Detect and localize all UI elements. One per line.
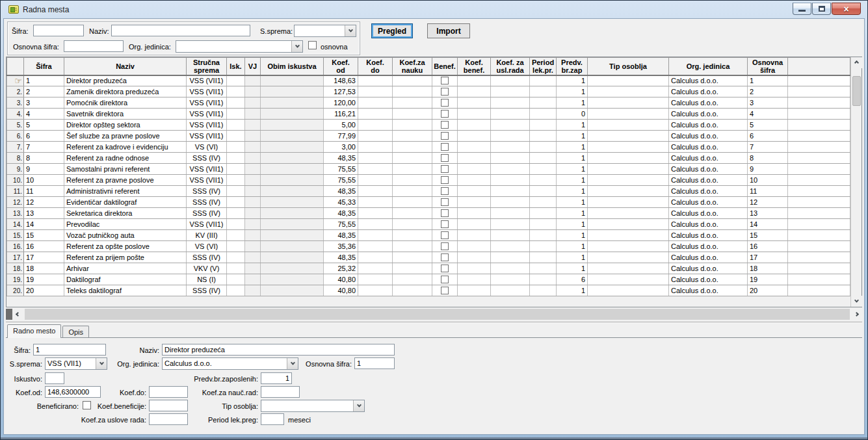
cell-koef_benef[interactable]	[458, 219, 491, 230]
cell-koef_nauka[interactable]	[393, 153, 432, 164]
cell-fill[interactable]	[788, 263, 850, 274]
benef-checkbox[interactable]	[441, 165, 449, 173]
cell-osnovna[interactable]: 17	[748, 252, 788, 263]
cell-tip[interactable]	[588, 175, 669, 186]
cell-period_lek[interactable]	[530, 109, 557, 120]
cell-naziv[interactable]: Sekretarica direktora	[64, 208, 187, 219]
scroll-right-button[interactable]	[851, 309, 862, 320]
col-header-naziv[interactable]: Naziv	[64, 58, 187, 75]
cell-benef[interactable]	[432, 164, 458, 175]
scroll-up-button[interactable]	[851, 57, 862, 68]
benef-checkbox[interactable]	[441, 276, 449, 283]
cell-koef_uslrada[interactable]	[491, 164, 530, 175]
cell-isk[interactable]	[227, 263, 245, 274]
cell-period_lek[interactable]	[530, 131, 557, 142]
cell-naziv[interactable]: Referent za radne odnose	[64, 153, 187, 164]
cell-obim[interactable]	[261, 230, 324, 241]
cell-sifra[interactable]: 1	[24, 75, 64, 86]
cell-num[interactable]: 17.	[7, 252, 24, 263]
table-row[interactable]: 13.13Sekretarica direktoraSSS (IV)48,351…	[7, 208, 850, 219]
detail-iskustvo-input[interactable]	[45, 372, 64, 384]
cell-sifra[interactable]: 5	[24, 120, 64, 131]
benef-checkbox[interactable]	[441, 253, 449, 261]
cell-naziv[interactable]: Zamenik direktora preduzeća	[64, 86, 187, 97]
cell-vj[interactable]	[245, 285, 261, 296]
cell-period_lek[interactable]	[530, 285, 557, 296]
cell-period_lek[interactable]	[530, 186, 557, 197]
cell-sifra[interactable]: 17	[24, 252, 64, 263]
cell-koef_uslrada[interactable]	[491, 241, 530, 252]
cell-isk[interactable]	[227, 252, 245, 263]
cell-fill[interactable]	[788, 274, 850, 285]
cell-period_lek[interactable]	[530, 230, 557, 241]
cell-period_lek[interactable]	[530, 75, 557, 86]
benef-checkbox[interactable]	[441, 77, 449, 84]
cell-fill[interactable]	[788, 285, 850, 296]
cell-sifra[interactable]: 8	[24, 153, 64, 164]
cell-isk[interactable]	[227, 97, 245, 109]
filter-sprema-combo[interactable]	[294, 25, 356, 37]
cell-num[interactable]: 5.	[7, 120, 24, 131]
cell-org[interactable]: Calculus d.o.o.	[669, 131, 748, 142]
cell-predv[interactable]: 1	[557, 153, 588, 164]
cell-sprema[interactable]: VSS (VII1)	[187, 120, 227, 131]
table-row[interactable]: 16.16Referent za opšte posloveVS (VI)35,…	[7, 241, 850, 252]
cell-naziv[interactable]: Direktor opšteg sektora	[64, 120, 187, 131]
cell-koef_od[interactable]: 75,55	[324, 219, 358, 230]
detail-tip-osoblja-combo[interactable]	[261, 400, 365, 412]
cell-benef[interactable]	[432, 285, 458, 296]
cell-num[interactable]: 14.	[7, 219, 24, 230]
cell-period_lek[interactable]	[530, 164, 557, 175]
cell-sifra[interactable]: 16	[24, 241, 64, 252]
cell-num[interactable]: 2.	[7, 86, 24, 97]
cell-num[interactable]: 6.	[7, 131, 24, 142]
detail-koef-od-input[interactable]	[45, 386, 101, 398]
cell-sprema[interactable]: VSS (VII1)	[187, 86, 227, 97]
cell-obim[interactable]	[261, 142, 324, 153]
cell-benef[interactable]	[432, 175, 458, 186]
cell-period_lek[interactable]	[530, 197, 557, 208]
cell-predv[interactable]: 1	[557, 186, 588, 197]
cell-fill[interactable]	[788, 241, 850, 252]
table-row[interactable]: 12.12Evidentičar daktilografSSS (IV)45,3…	[7, 197, 850, 208]
table-row[interactable]: 11.11Administrativni referentSSS (IV)48,…	[7, 186, 850, 197]
cell-isk[interactable]	[227, 219, 245, 230]
cell-koef_do[interactable]	[358, 219, 393, 230]
cell-fill[interactable]	[788, 175, 850, 186]
cell-tip[interactable]	[588, 263, 669, 274]
cell-isk[interactable]	[227, 208, 245, 219]
pregled-button[interactable]: Pregled	[371, 23, 413, 38]
cell-koef_do[interactable]	[358, 153, 393, 164]
cell-koef_uslrada[interactable]	[491, 75, 530, 86]
cell-osnovna[interactable]: 5	[748, 120, 788, 131]
cell-obim[interactable]	[261, 186, 324, 197]
cell-isk[interactable]	[227, 153, 245, 164]
cell-osnovna[interactable]: 11	[748, 186, 788, 197]
cell-benef[interactable]	[432, 274, 458, 285]
import-button[interactable]: Import	[427, 23, 470, 38]
cell-osnovna[interactable]: 10	[748, 175, 788, 186]
cell-org[interactable]: Calculus d.o.o.	[669, 197, 748, 208]
cell-koef_od[interactable]: 48,35	[324, 186, 358, 197]
cell-num[interactable]: 11.	[7, 186, 24, 197]
cell-tip[interactable]	[588, 164, 669, 175]
cell-num[interactable]: 9.	[7, 164, 24, 175]
chevron-down-icon[interactable]	[287, 358, 298, 369]
cell-sprema[interactable]: SSS (IV)	[187, 285, 227, 296]
cell-org[interactable]: Calculus d.o.o.	[669, 186, 748, 197]
cell-koef_od[interactable]: 5,00	[324, 120, 358, 131]
benef-checkbox[interactable]	[441, 176, 449, 184]
cell-benef[interactable]	[432, 153, 458, 164]
cell-period_lek[interactable]	[530, 175, 557, 186]
cell-osnovna[interactable]: 12	[748, 197, 788, 208]
cell-koef_do[interactable]	[358, 75, 393, 86]
table-row[interactable]: ☞1Direktor preduzećaVSS (VII1)148,631Cal…	[7, 75, 850, 86]
cell-koef_benef[interactable]	[458, 175, 491, 186]
cell-org[interactable]: Calculus d.o.o.	[669, 120, 748, 131]
table-row[interactable]: 10.10Referent za pravne posloveVSS (VII1…	[7, 175, 850, 186]
cell-org[interactable]: Calculus d.o.o.	[669, 97, 748, 109]
cell-osnovna[interactable]: 16	[748, 241, 788, 252]
cell-benef[interactable]	[432, 131, 458, 142]
cell-osnovna[interactable]: 14	[748, 219, 788, 230]
benef-checkbox[interactable]	[441, 287, 449, 294]
